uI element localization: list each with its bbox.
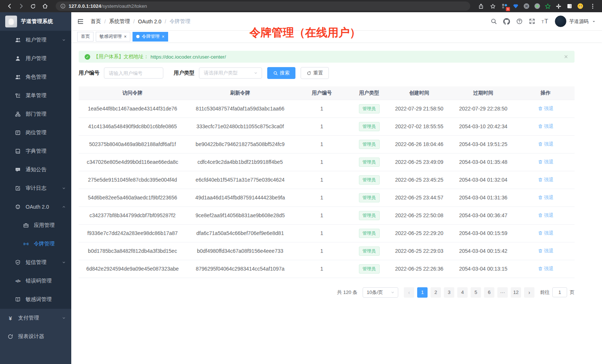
expire-time-cell: 2054-03-04 00:15:42 [450,242,517,260]
search-button[interactable]: 搜索 [267,67,295,79]
created-time-cell: 2022-06-25 22:29:20 [389,224,450,242]
sidebar-item-notice[interactable]: 通知公告 [0,161,71,179]
audit-icon [15,185,21,191]
search-icon[interactable] [491,18,497,24]
extension-gem-icon[interactable] [512,3,519,10]
force-logout-button[interactable]: 强退 [538,105,554,112]
page-ellipsis[interactable]: ··· [497,287,508,298]
sidebar-item-dict[interactable]: 字典管理 [0,142,71,161]
reset-button[interactable]: 重置 [301,67,329,79]
table-header-row: 访问令牌刷新令牌用户编号用户类型创建时间过期时间操作 [79,86,575,100]
page-button-3[interactable]: 3 [444,287,454,298]
sidebar-item-pay[interactable]: ¥支付管理 [0,309,71,327]
sidebar-item-sensitive[interactable]: 敏感词管理 [0,290,71,309]
sidebar-item-menu[interactable]: 菜单管理 [0,86,71,105]
user-menu[interactable]: 芋道源码 [555,16,596,27]
site-info-icon[interactable] [60,3,66,9]
extension-emoji-icon[interactable] [577,3,583,10]
page-button-1[interactable]: 1 [417,287,428,298]
back-icon[interactable] [4,1,14,11]
next-page-button[interactable]: › [524,287,534,298]
font-size-icon[interactable]: TT [542,18,549,25]
page-size-select[interactable]: 10条/页 [363,287,398,298]
access-token-cell: 6d842e2924594de9a09e45e087323abe [79,260,186,278]
user-id-input[interactable] [104,67,163,79]
dict-icon [15,148,21,154]
force-logout-button[interactable]: 强退 [538,265,554,272]
share-icon[interactable] [476,1,486,11]
app-title: 芋道管理系统 [21,18,53,25]
sidebar-item-errcode[interactable]: </>错误码管理 [0,272,71,290]
sidebar-item-post[interactable]: 岗位管理 [0,123,71,142]
force-logout-button[interactable]: 强退 [538,141,554,148]
force-logout-button[interactable]: 强退 [538,159,554,165]
github-icon[interactable] [503,18,510,25]
page-button-6[interactable]: 6 [484,287,494,298]
force-logout-button[interactable]: 强退 [538,176,554,183]
force-logout-button[interactable]: 强退 [538,194,554,201]
user-id-cell: 1 [294,189,350,206]
breadcrumb-item[interactable]: OAuth 2.0 [138,19,161,24]
reload-icon[interactable] [28,1,38,11]
extension-command-circle-icon[interactable]: ⌘ [523,3,530,10]
search-button-icon [273,71,278,76]
sidebar-item-tenant[interactable]: 租户管理 [0,31,71,49]
user-type-select[interactable]: 请选择用户类型 [199,67,262,79]
sidebar-item-label: 通知公告 [26,166,66,173]
logo-row[interactable]: 芋道管理系统 [0,12,71,31]
breadcrumb-item[interactable]: 系统管理 [109,18,130,25]
page-button-5[interactable]: 5 [471,287,481,298]
sidebar-item-oauth2-app[interactable]: 应用管理 [0,216,71,235]
extension-pinwheel-icon[interactable] [555,3,562,10]
fullscreen-icon[interactable] [529,18,535,24]
forward-icon[interactable] [16,1,26,11]
sidebar-item-audit[interactable]: 审计日志 [0,179,71,198]
prev-page-button[interactable]: ‹ [404,287,414,298]
success-check-icon: ✓ [85,54,90,60]
extension-green-star-icon[interactable] [544,3,551,10]
alert-doc-link[interactable]: https://doc.iocoder.cn/user-center/ [151,54,226,60]
alert-close-icon[interactable] [563,54,569,59]
annotation-title: 令牌管理（在线用户） [249,25,361,40]
home-icon[interactable] [40,1,50,11]
force-logout-button[interactable]: 强退 [538,248,554,254]
extension-dot-circle-icon[interactable] [534,3,540,10]
sidebar-item-report[interactable]: 报表设计器 [0,327,71,346]
sidebar-item-oauth2[interactable]: OAuth 2.0 [0,198,71,216]
force-logout-button[interactable]: 强退 [538,230,554,236]
page-button-2[interactable]: 2 [431,287,441,298]
tab-敏感词管理[interactable]: 敏感词管理× [96,32,130,42]
tab-首页[interactable]: 首页 [77,32,94,42]
browser-menu-icon[interactable] [588,1,598,11]
extension-badge: 9 [506,7,510,11]
help-icon[interactable] [516,18,523,24]
bookmark-star-icon[interactable] [488,1,498,11]
sidebar-item-dept[interactable]: 部门管理 [0,105,71,123]
sidebar-item-oauth2-token[interactable]: 令牌管理 [0,235,71,253]
breadcrumb: 首页/系统管理/OAuth 2.0/令牌管理 [91,18,190,25]
tab-令牌管理[interactable]: 令牌管理× [132,32,168,42]
refresh-icon [307,71,311,76]
expire-time-cell: 2054-03-04 00:36:47 [450,206,517,224]
breadcrumb-item: 令牌管理 [170,18,190,25]
url-bar[interactable]: 127.0.0.1:1024/system/oauth2/token [56,1,470,11]
sidebar-item-role[interactable]: 角色管理 [0,68,71,86]
extension-reader-square-icon[interactable] [566,3,573,10]
force-logout-button[interactable]: 强退 [538,123,554,130]
goto-page-input[interactable] [552,287,567,297]
sidebar-item-label: 短信管理 [26,259,57,266]
sidebar-item-user[interactable]: 用户管理 [0,49,71,68]
user-id-cell: 1 [294,153,350,171]
extension-blocks-icon[interactable]: 9 [501,3,508,10]
table-row: b0d1785bc3a8482f812db4a3f3bd15ecb0df4980… [79,242,575,260]
page-button-4[interactable]: 4 [457,287,468,298]
page-button-12[interactable]: 12 [511,287,521,298]
sidebar-fold-icon[interactable] [76,17,85,26]
breadcrumb-item[interactable]: 首页 [91,18,101,25]
tab-close-icon[interactable]: × [124,34,127,39]
trash-icon [538,213,543,218]
force-logout-button[interactable]: 强退 [538,212,554,219]
sidebar-item-sms[interactable]: 短信管理 [0,253,71,272]
user-name: 芋道源码 [569,18,589,25]
tab-close-icon[interactable]: × [162,34,164,39]
